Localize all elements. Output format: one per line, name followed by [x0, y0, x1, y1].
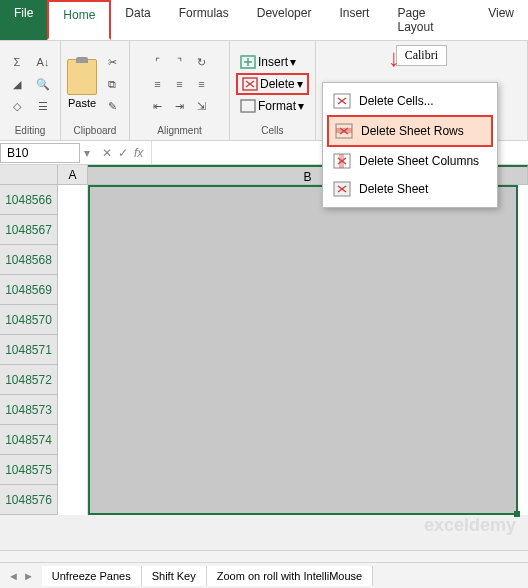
- name-box[interactable]: B10: [0, 143, 80, 163]
- watermark: exceldemy: [424, 515, 516, 536]
- delete-cols-menu-icon: [333, 153, 351, 169]
- row-header[interactable]: 1048576: [0, 485, 58, 515]
- align-right[interactable]: ≡: [192, 74, 212, 94]
- row-header[interactable]: 1048567: [0, 215, 58, 245]
- wrap-text[interactable]: ⇲: [192, 96, 212, 116]
- tab-page-layout[interactable]: Page Layout: [383, 0, 474, 40]
- name-box-dropdown-icon[interactable]: ▾: [80, 146, 94, 160]
- align-top-center[interactable]: ⌝: [170, 52, 190, 72]
- column-a-cells[interactable]: [58, 185, 88, 515]
- tab-data[interactable]: Data: [111, 0, 164, 40]
- cut-icon: ✂: [108, 56, 117, 69]
- svg-rect-6: [241, 100, 255, 112]
- format-cells-icon: [240, 99, 256, 113]
- sheet-tab-shift-key[interactable]: Shift Key: [142, 566, 207, 586]
- row-header[interactable]: 1048566: [0, 185, 58, 215]
- row-header[interactable]: 1048568: [0, 245, 58, 275]
- sum-icon: Σ: [14, 56, 21, 68]
- insert-label: Insert: [258, 55, 288, 69]
- column-header-a[interactable]: A: [58, 165, 88, 185]
- delete-cells-icon: [242, 77, 258, 91]
- group-label-editing: Editing: [6, 123, 54, 138]
- menu-delete-cells-label: Delete Cells...: [359, 94, 434, 108]
- align-left[interactable]: ≡: [148, 74, 168, 94]
- format-cells-button[interactable]: Format ▾: [236, 97, 309, 115]
- menu-delete-sheet-rows[interactable]: Delete Sheet Rows: [327, 115, 493, 147]
- group-label-clipboard: Clipboard: [67, 123, 123, 138]
- group-alignment: ⌜ ⌝ ↻ ≡ ≡ ≡ ⇤ ⇥ ⇲ Alignment: [130, 41, 230, 140]
- select-all-corner[interactable]: [0, 165, 58, 185]
- find-button[interactable]: 🔍: [32, 74, 54, 94]
- enter-formula-icon[interactable]: ✓: [118, 146, 128, 160]
- clipboard-icon: [67, 59, 97, 95]
- row-header[interactable]: 1048570: [0, 305, 58, 335]
- dropdown-icon: ▾: [290, 55, 296, 69]
- sheet-tab-zoom[interactable]: Zoom on roll with IntelliMouse: [207, 566, 374, 586]
- sort-icon: A↓: [37, 56, 50, 68]
- delete-cells-menu-icon: [333, 93, 351, 109]
- dropdown-icon: ▾: [297, 77, 303, 91]
- delete-cells-button[interactable]: Delete ▾: [236, 73, 309, 95]
- format-label: Format: [258, 99, 296, 113]
- align-center[interactable]: ≡: [170, 74, 190, 94]
- fill-button[interactable]: ◢: [6, 74, 28, 94]
- align-top-left[interactable]: ⌜: [148, 52, 168, 72]
- cut-button[interactable]: ✂: [101, 52, 123, 72]
- decrease-indent[interactable]: ⇤: [148, 96, 168, 116]
- group-editing: Σ ◢ ◇ A↓ 🔍 ☰ Editing: [0, 41, 61, 140]
- increase-indent[interactable]: ⇥: [170, 96, 190, 116]
- menu-delete-cols-label: Delete Sheet Columns: [359, 154, 479, 168]
- row-header[interactable]: 1048572: [0, 365, 58, 395]
- copy-icon: ⧉: [108, 78, 116, 91]
- group-label-cells: Cells: [236, 123, 309, 138]
- copy-button[interactable]: ⧉: [101, 74, 123, 94]
- tab-nav-prev-icon[interactable]: ◄: [8, 570, 19, 582]
- format-painter-button[interactable]: ✎: [101, 96, 123, 116]
- menu-delete-sheet[interactable]: Delete Sheet: [327, 175, 493, 203]
- tab-insert[interactable]: Insert: [325, 0, 383, 40]
- font-name-selector[interactable]: Calibri: [396, 45, 447, 66]
- clear-icon: ◇: [13, 100, 21, 113]
- row-header[interactable]: 1048569: [0, 275, 58, 305]
- find-icon: 🔍: [36, 78, 50, 91]
- ribbon-tabs: File Home Data Formulas Developer Insert…: [0, 0, 528, 41]
- sheet-tab-unfreeze[interactable]: Unfreeze Panes: [42, 566, 142, 586]
- group-label-alignment: Alignment: [136, 123, 223, 138]
- row-header[interactable]: 1048571: [0, 335, 58, 365]
- menu-delete-cells[interactable]: Delete Cells...: [327, 87, 493, 115]
- horizontal-scrollbar[interactable]: [0, 550, 528, 562]
- selected-range[interactable]: [88, 185, 518, 515]
- row-header[interactable]: 1048573: [0, 395, 58, 425]
- fill-icon: ◢: [13, 78, 21, 91]
- tab-formulas[interactable]: Formulas: [165, 0, 243, 40]
- insert-cells-button[interactable]: Insert ▾: [236, 53, 309, 71]
- select-icon: ☰: [38, 100, 48, 113]
- row-header[interactable]: 1048575: [0, 455, 58, 485]
- autosum-button[interactable]: Σ: [6, 52, 28, 72]
- delete-label: Delete: [260, 77, 295, 91]
- select-button[interactable]: ☰: [32, 96, 54, 116]
- tab-view[interactable]: View: [474, 0, 528, 40]
- clear-button[interactable]: ◇: [6, 96, 28, 116]
- fx-icon[interactable]: fx: [134, 146, 143, 160]
- cancel-formula-icon[interactable]: ✕: [102, 146, 112, 160]
- paste-button[interactable]: Paste: [67, 59, 97, 109]
- delete-rows-menu-icon: [335, 123, 353, 139]
- tab-file[interactable]: File: [0, 0, 47, 40]
- row-header[interactable]: 1048574: [0, 425, 58, 455]
- group-cells: Insert ▾ Delete ▾ Format ▾ Cells: [230, 41, 316, 140]
- tab-home[interactable]: Home: [47, 0, 111, 40]
- delete-dropdown-menu: Delete Cells... Delete Sheet Rows Delete…: [322, 82, 498, 208]
- sort-button[interactable]: A↓: [32, 52, 54, 72]
- tab-developer[interactable]: Developer: [243, 0, 326, 40]
- dropdown-icon: ▾: [298, 99, 304, 113]
- group-clipboard: Paste ✂ ⧉ ✎ Clipboard: [61, 41, 130, 140]
- menu-delete-rows-label: Delete Sheet Rows: [361, 124, 464, 138]
- sheet-area: A B 1048566 1048567 1048568 1048569 1048…: [0, 165, 528, 515]
- menu-delete-sheet-label: Delete Sheet: [359, 182, 428, 196]
- paste-label: Paste: [68, 97, 96, 109]
- tab-nav-next-icon[interactable]: ►: [23, 570, 34, 582]
- orientation-button[interactable]: ↻: [192, 52, 212, 72]
- menu-delete-sheet-columns[interactable]: Delete Sheet Columns: [327, 147, 493, 175]
- insert-cells-icon: [240, 55, 256, 69]
